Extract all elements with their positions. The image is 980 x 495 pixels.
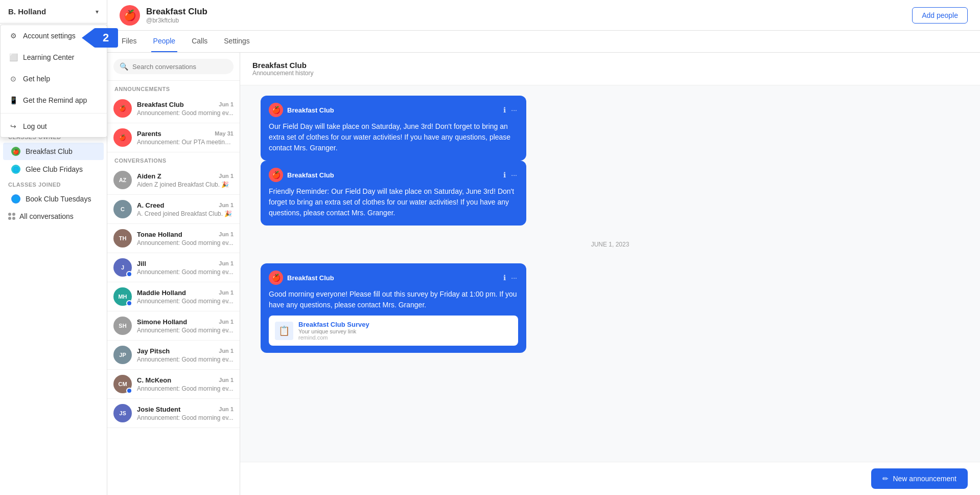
gear-icon: ⚙ [9, 31, 18, 40]
avatar: JP [113, 346, 132, 364]
user-name: B. Holland [8, 7, 46, 16]
info-icon-button[interactable]: ℹ [502, 273, 507, 283]
conversation-item-jill[interactable]: J Jill Jun 1 Announcement: Good morning … [107, 253, 240, 282]
conv-info: Aiden Z Jun 1 Aiden Z joined Breakfast C… [137, 172, 234, 188]
logout-icon: ↪ [9, 122, 18, 131]
conv-info: Josie Student Jun 1 Announcement: Good m… [137, 406, 234, 421]
avatar: 🍎 [269, 168, 283, 182]
tab-settings[interactable]: Settings [222, 31, 252, 52]
announcement-parents[interactable]: 🍎 Parents May 31 Announcement: Our PTA m… [107, 123, 240, 152]
conv-date: Jun 1 [219, 377, 234, 383]
message-area: Breakfast Club Announcement history 🍎 Br… [240, 53, 980, 495]
conv-preview: A. Creed joined Breakfast Club. 🎉 [137, 210, 234, 217]
conv-date: Jun 1 [219, 231, 234, 237]
pencil-icon: ✏ [882, 475, 889, 483]
message-bubble-msg1: 🍎 Breakfast Club ℹ ··· Our Field Day wil… [261, 96, 526, 161]
conv-name: Parents May 31 [137, 130, 234, 138]
date-divider: JUNE 1, 2023 [261, 241, 960, 248]
conv-name: Simone Holland Jun 1 [137, 318, 234, 326]
conv-info: Jill Jun 1 Announcement: Good morning ev… [137, 260, 234, 276]
conv-preview: Announcement: Good morning ev... [137, 327, 234, 334]
messages-container: 🍎 Breakfast Club ℹ ··· Our Field Day wil… [240, 85, 980, 462]
more-options-button[interactable]: ··· [510, 273, 518, 283]
add-people-button[interactable]: Add people [912, 7, 968, 24]
announcement-breakfast-club[interactable]: 🍎 Breakfast Club Jun 1 Announcement: Goo… [107, 94, 240, 123]
avatar: J [113, 258, 132, 277]
chevron-down-icon: ▾ [96, 8, 99, 15]
conv-name: Jay Pitsch Jun 1 [137, 347, 234, 355]
dropdown-divider [1, 113, 107, 114]
conv-info: Tonae Holland Jun 1 Announcement: Good m… [137, 231, 234, 246]
conversation-item-a-creed[interactable]: C A. Creed Jun 1 A. Creed joined Breakfa… [107, 195, 240, 224]
sidebar-item-glee-club[interactable]: 🌐 Glee Club Fridays [3, 161, 104, 178]
survey-domain: remind.com [298, 334, 369, 341]
avatar: C [113, 200, 132, 218]
avatar: MH [113, 287, 132, 306]
conv-date: Jun 1 [219, 101, 234, 107]
avatar: 🍎 [113, 99, 132, 118]
message-bubble-msg3: 🍎 Breakfast Club ℹ ··· Good morning ever… [261, 263, 526, 353]
conv-preview: Announcement: Good morning ev... [137, 385, 234, 392]
info-icon-button[interactable]: ℹ [502, 105, 507, 115]
avatar: 🍎 [269, 271, 283, 285]
avatar: JS [113, 404, 132, 422]
tab-files[interactable]: Files [120, 31, 139, 52]
tab-people[interactable]: People [151, 31, 178, 52]
info-icon-button[interactable]: ℹ [502, 170, 507, 180]
help-icon: ⊙ [9, 74, 18, 83]
top-header: 🍎 Breakfast Club @br3kftclub Add people [107, 0, 980, 31]
sidebar-item-book-club[interactable]: 🌐 Book Club Tuesdays [3, 190, 104, 208]
account-settings-label: Account settings [23, 32, 76, 40]
get-help-item[interactable]: ⊙ Get help [1, 68, 107, 89]
new-announcement-label: New announcement [893, 475, 956, 483]
sidebar-item-all-conversations[interactable]: All conversations [0, 208, 107, 224]
new-announcement-button[interactable]: ✏ New announcement [871, 468, 968, 489]
survey-card[interactable]: 📋 Breakfast Club Survey Your unique surv… [269, 316, 518, 346]
conversation-item-jay-p[interactable]: JP Jay Pitsch Jun 1 Announcement: Good m… [107, 341, 240, 370]
message-header-subtitle: Announcement history [252, 70, 968, 77]
breakfast-club-label: Breakfast Club [26, 147, 73, 155]
more-options-button[interactable]: ··· [510, 170, 518, 180]
get-app-item[interactable]: 📱 Get the Remind app [1, 89, 107, 111]
sidebar-item-breakfast-club[interactable]: 🍎 Breakfast Club [3, 143, 104, 160]
conv-preview: Announcement: Good morning ev... [137, 356, 234, 363]
messages-list: 🍎 Breakfast Club ℹ ··· Our Field Day wil… [261, 96, 960, 226]
conv-name: Breakfast Club Jun 1 [137, 101, 234, 108]
book-icon: ⬜ [9, 53, 18, 62]
more-options-button[interactable]: ··· [510, 105, 518, 115]
avatar: AZ [113, 171, 132, 189]
group-name: Breakfast Club [146, 7, 207, 17]
message-text: Our Field Day will take place on Saturda… [269, 121, 518, 153]
get-app-label: Get the Remind app [23, 96, 87, 104]
conversation-item-aiden-z[interactable]: AZ Aiden Z Jun 1 Aiden Z joined Breakfas… [107, 166, 240, 195]
conversations-list: AZ Aiden Z Jun 1 Aiden Z joined Breakfas… [107, 166, 240, 428]
glee-club-label: Glee Club Fridays [26, 165, 83, 173]
user-menu-button[interactable]: B. Holland ▾ [0, 0, 107, 24]
conv-date: Jun 1 [219, 319, 234, 325]
conv-date: Jun 1 [219, 260, 234, 266]
conversation-item-tonae-h[interactable]: TH Tonae Holland Jun 1 Announcement: Goo… [107, 224, 240, 253]
log-out-label: Log out [23, 122, 47, 130]
conv-info: A. Creed Jun 1 A. Creed joined Breakfast… [137, 201, 234, 217]
conv-date: Jun 1 [219, 289, 234, 296]
conv-info: Simone Holland Jun 1 Announcement: Good … [137, 318, 234, 334]
search-input[interactable] [132, 63, 227, 71]
tab-calls[interactable]: Calls [190, 31, 209, 52]
conv-date: Jun 1 [219, 202, 234, 208]
conv-preview: Announcement: Good morning ev... [137, 298, 234, 305]
classes-owned-section: Classes owned 🍎 Breakfast Club 🌐 Glee Cl… [0, 131, 107, 178]
message-header: Breakfast Club Announcement history [240, 53, 980, 85]
conv-preview: Announcement: Good morning ev... [137, 268, 234, 276]
arrow-pointer [82, 29, 94, 47]
conversation-item-maddie-h[interactable]: MH Maddie Holland Jun 1 Announcement: Go… [107, 282, 240, 311]
grid-icon [8, 213, 15, 220]
log-out-item[interactable]: ↪ Log out [1, 116, 107, 137]
conversation-item-simone-h[interactable]: SH Simone Holland Jun 1 Announcement: Go… [107, 311, 240, 341]
learning-center-item[interactable]: ⬜ Learning Center [1, 47, 107, 68]
nav-tabs: Files People Calls Settings [107, 31, 980, 53]
conversation-item-c-mckeon[interactable]: CM C. McKeon Jun 1 Announcement: Good mo… [107, 370, 240, 399]
group-info: 🍎 Breakfast Club @br3kftclub [120, 5, 207, 26]
step-number: 2 [94, 28, 118, 48]
class-dot-teal: 🌐 [11, 165, 20, 174]
conversation-item-josie-s[interactable]: JS Josie Student Jun 1 Announcement: Goo… [107, 399, 240, 428]
